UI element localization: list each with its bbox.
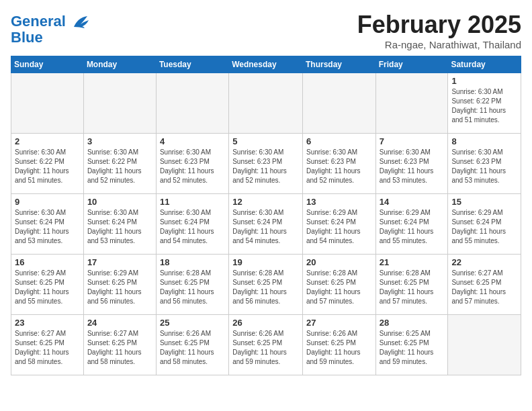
day-info: Sunrise: 6:30 AM Sunset: 6:23 PM Dayligh… (160, 148, 225, 185)
day-info: Sunrise: 6:30 AM Sunset: 6:22 PM Dayligh… (87, 148, 152, 185)
day-info: Sunrise: 6:27 AM Sunset: 6:25 PM Dayligh… (87, 329, 152, 367)
weekday-header-friday: Friday (375, 56, 448, 73)
weekday-header-wednesday: Wednesday (229, 56, 303, 73)
calendar-cell: 13Sunrise: 6:29 AM Sunset: 6:24 PM Dayli… (302, 194, 375, 255)
day-info: Sunrise: 6:30 AM Sunset: 6:24 PM Dayligh… (87, 208, 152, 246)
day-info: Sunrise: 6:28 AM Sunset: 6:25 PM Dayligh… (232, 269, 299, 306)
day-info: Sunrise: 6:29 AM Sunset: 6:25 PM Dayligh… (15, 269, 80, 306)
weekday-header-thursday: Thursday (302, 56, 375, 73)
day-info: Sunrise: 6:30 AM Sunset: 6:24 PM Dayligh… (15, 208, 80, 246)
title-block: February 2025 Ra-ngae, Narathiwat, Thail… (357, 11, 521, 50)
weekday-header-sunday: Sunday (11, 56, 84, 73)
day-info: Sunrise: 6:28 AM Sunset: 6:25 PM Dayligh… (160, 269, 225, 306)
day-info: Sunrise: 6:29 AM Sunset: 6:24 PM Dayligh… (451, 208, 517, 246)
day-number: 19 (232, 257, 299, 267)
calendar-cell (375, 73, 448, 134)
day-info: Sunrise: 6:25 AM Sunset: 6:25 PM Dayligh… (380, 329, 445, 367)
day-number: 22 (451, 257, 517, 267)
day-info: Sunrise: 6:27 AM Sunset: 6:25 PM Dayligh… (15, 329, 80, 367)
day-number: 18 (160, 257, 225, 267)
calendar-cell: 24Sunrise: 6:27 AM Sunset: 6:25 PM Dayli… (83, 315, 156, 375)
logo: General Blue (11, 13, 90, 46)
weekday-header-monday: Monday (83, 56, 156, 73)
week-row-1: 1Sunrise: 6:30 AM Sunset: 6:22 PM Daylig… (11, 73, 521, 134)
calendar-cell (156, 73, 228, 134)
calendar-cell: 21Sunrise: 6:28 AM Sunset: 6:25 PM Dayli… (375, 255, 448, 315)
day-info: Sunrise: 6:30 AM Sunset: 6:23 PM Dayligh… (451, 148, 517, 185)
day-info: Sunrise: 6:28 AM Sunset: 6:25 PM Dayligh… (306, 269, 372, 306)
calendar-cell (448, 315, 521, 375)
calendar-cell: 12Sunrise: 6:30 AM Sunset: 6:24 PM Dayli… (229, 194, 303, 255)
day-info: Sunrise: 6:30 AM Sunset: 6:23 PM Dayligh… (380, 148, 445, 185)
calendar-cell: 14Sunrise: 6:29 AM Sunset: 6:24 PM Dayli… (375, 194, 448, 255)
header: General Blue February 2025 Ra-ngae, Nara… (11, 11, 521, 50)
day-info: Sunrise: 6:26 AM Sunset: 6:25 PM Dayligh… (160, 329, 225, 367)
day-number: 24 (87, 318, 152, 328)
calendar-cell: 5Sunrise: 6:30 AM Sunset: 6:23 PM Daylig… (229, 134, 303, 194)
calendar-cell: 11Sunrise: 6:30 AM Sunset: 6:24 PM Dayli… (156, 194, 228, 255)
day-info: Sunrise: 6:30 AM Sunset: 6:22 PM Dayligh… (451, 87, 517, 125)
calendar-cell (229, 73, 303, 134)
calendar-table: SundayMondayTuesdayWednesdayThursdayFrid… (11, 56, 521, 375)
week-row-4: 16Sunrise: 6:29 AM Sunset: 6:25 PM Dayli… (11, 255, 521, 315)
calendar-cell: 18Sunrise: 6:28 AM Sunset: 6:25 PM Dayli… (156, 255, 228, 315)
weekday-header-saturday: Saturday (448, 56, 521, 73)
day-number: 5 (232, 136, 299, 146)
day-number: 27 (306, 318, 372, 328)
day-number: 21 (380, 257, 445, 267)
weekday-header-row: SundayMondayTuesdayWednesdayThursdayFrid… (11, 56, 521, 73)
day-number: 20 (306, 257, 372, 267)
day-number: 2 (15, 136, 80, 146)
week-row-2: 2Sunrise: 6:30 AM Sunset: 6:22 PM Daylig… (11, 134, 521, 194)
day-number: 4 (160, 136, 225, 146)
day-info: Sunrise: 6:30 AM Sunset: 6:24 PM Dayligh… (160, 208, 225, 246)
day-info: Sunrise: 6:30 AM Sunset: 6:23 PM Dayligh… (232, 148, 299, 185)
calendar-cell: 20Sunrise: 6:28 AM Sunset: 6:25 PM Dayli… (302, 255, 375, 315)
calendar-cell: 23Sunrise: 6:27 AM Sunset: 6:25 PM Dayli… (11, 315, 84, 375)
calendar-subtitle: Ra-ngae, Narathiwat, Thailand (357, 39, 521, 50)
day-number: 15 (451, 197, 517, 207)
logo-bird-icon (71, 15, 90, 30)
week-row-5: 23Sunrise: 6:27 AM Sunset: 6:25 PM Dayli… (11, 315, 521, 375)
calendar-cell: 8Sunrise: 6:30 AM Sunset: 6:23 PM Daylig… (448, 134, 521, 194)
day-number: 3 (87, 136, 152, 146)
day-info: Sunrise: 6:30 AM Sunset: 6:22 PM Dayligh… (15, 148, 80, 185)
day-number: 17 (87, 257, 152, 267)
calendar-cell: 25Sunrise: 6:26 AM Sunset: 6:25 PM Dayli… (156, 315, 228, 375)
day-number: 9 (15, 197, 80, 207)
day-number: 13 (306, 197, 372, 207)
day-number: 26 (232, 318, 299, 328)
calendar-cell: 1Sunrise: 6:30 AM Sunset: 6:22 PM Daylig… (448, 73, 521, 134)
day-number: 12 (232, 197, 299, 207)
day-info: Sunrise: 6:27 AM Sunset: 6:25 PM Dayligh… (451, 269, 517, 306)
weekday-header-tuesday: Tuesday (156, 56, 228, 73)
calendar-cell: 3Sunrise: 6:30 AM Sunset: 6:22 PM Daylig… (83, 134, 156, 194)
calendar-cell: 19Sunrise: 6:28 AM Sunset: 6:25 PM Dayli… (229, 255, 303, 315)
day-number: 11 (160, 197, 225, 207)
day-info: Sunrise: 6:29 AM Sunset: 6:25 PM Dayligh… (87, 269, 152, 306)
calendar-cell: 28Sunrise: 6:25 AM Sunset: 6:25 PM Dayli… (375, 315, 448, 375)
day-number: 14 (380, 197, 445, 207)
week-row-3: 9Sunrise: 6:30 AM Sunset: 6:24 PM Daylig… (11, 194, 521, 255)
day-number: 23 (15, 318, 80, 328)
day-number: 25 (160, 318, 225, 328)
calendar-cell (302, 73, 375, 134)
day-info: Sunrise: 6:28 AM Sunset: 6:25 PM Dayligh… (380, 269, 445, 306)
day-number: 10 (87, 197, 152, 207)
logo-line1: General (11, 13, 66, 30)
day-info: Sunrise: 6:26 AM Sunset: 6:25 PM Dayligh… (232, 329, 299, 367)
calendar-cell: 7Sunrise: 6:30 AM Sunset: 6:23 PM Daylig… (375, 134, 448, 194)
calendar-cell: 6Sunrise: 6:30 AM Sunset: 6:23 PM Daylig… (302, 134, 375, 194)
day-info: Sunrise: 6:29 AM Sunset: 6:24 PM Dayligh… (380, 208, 445, 246)
day-number: 6 (306, 136, 372, 146)
day-info: Sunrise: 6:30 AM Sunset: 6:24 PM Dayligh… (232, 208, 299, 246)
calendar-cell: 9Sunrise: 6:30 AM Sunset: 6:24 PM Daylig… (11, 194, 84, 255)
calendar-cell: 16Sunrise: 6:29 AM Sunset: 6:25 PM Dayli… (11, 255, 84, 315)
day-info: Sunrise: 6:30 AM Sunset: 6:23 PM Dayligh… (306, 148, 372, 185)
calendar-cell: 22Sunrise: 6:27 AM Sunset: 6:25 PM Dayli… (448, 255, 521, 315)
calendar-cell (83, 73, 156, 134)
calendar-cell: 15Sunrise: 6:29 AM Sunset: 6:24 PM Dayli… (448, 194, 521, 255)
calendar-cell: 2Sunrise: 6:30 AM Sunset: 6:22 PM Daylig… (11, 134, 84, 194)
day-number: 28 (380, 318, 445, 328)
calendar-cell: 27Sunrise: 6:26 AM Sunset: 6:25 PM Dayli… (302, 315, 375, 375)
